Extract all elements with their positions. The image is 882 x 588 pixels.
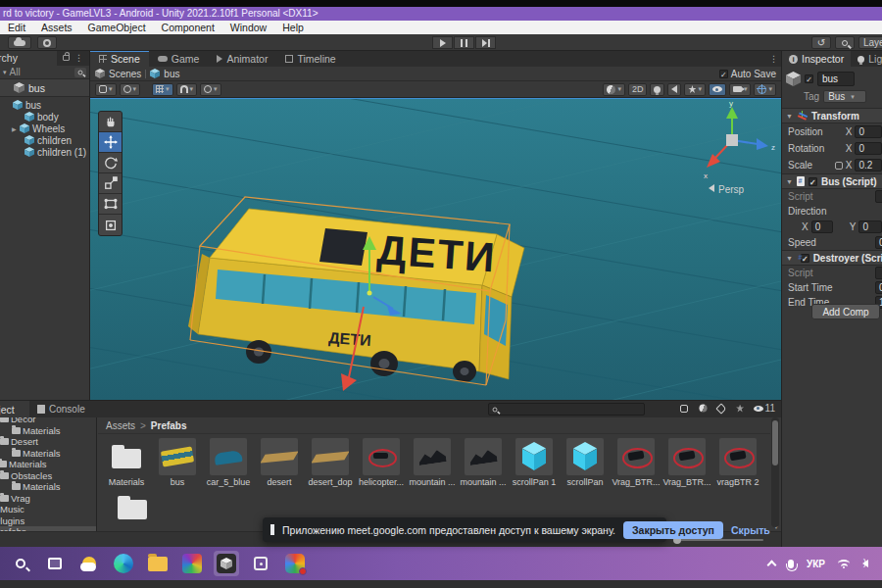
breadcrumb-assets[interactable]: Assets [106, 420, 135, 431]
prefab-item[interactable]: vragBTR 2 [713, 438, 762, 487]
project-folder-row[interactable]: Vrag [0, 493, 96, 505]
speed-field[interactable]: 0 [875, 236, 882, 249]
scene-header-row[interactable]: bus [0, 79, 89, 97]
prefab-item[interactable]: desert [255, 438, 304, 487]
hierarchy-item[interactable]: ▶ children [0, 134, 89, 146]
rect-tool-button[interactable] [99, 194, 122, 215]
prefab-item[interactable]: bus [153, 438, 202, 487]
grid-visibility-button[interactable]: ▾ [152, 83, 173, 96]
favorites-star-icon[interactable] [735, 403, 746, 414]
bus-script-header[interactable]: ▼ ✓ Bus (Script) [782, 173, 882, 189]
perspective-label[interactable]: Persp [718, 184, 745, 195]
volume-icon[interactable] [862, 560, 868, 567]
task-view-button[interactable] [42, 551, 68, 576]
project-folder-row[interactable]: Materials [12, 448, 96, 460]
lock-icon[interactable] [63, 55, 70, 61]
prefab-item[interactable]: Vrag_BTR... [662, 438, 711, 487]
breadcrumb-object[interactable]: bus [164, 69, 179, 79]
prefab-item[interactable]: helicopter... [357, 438, 406, 487]
tag-dropdown[interactable]: Bus▾ [823, 90, 866, 103]
script-field[interactable] [875, 267, 882, 279]
search-by-type-icon[interactable] [679, 403, 690, 414]
scale-tool-button[interactable] [99, 173, 122, 194]
tray-chevron-up-icon[interactable] [767, 561, 777, 570]
scene-audio-button[interactable] [667, 83, 681, 96]
tab-inspector[interactable]: i Inspector [782, 51, 851, 67]
pause-button[interactable] [454, 36, 474, 49]
hidden-objects-button[interactable] [709, 83, 726, 96]
meet-app-button[interactable] [282, 551, 308, 576]
object-name-field[interactable]: bus [817, 72, 855, 86]
menu-item[interactable]: Edit [0, 22, 33, 33]
bus-model[interactable]: ДЕТИ ДЕТИ [188, 209, 524, 382]
prefab-item[interactable]: scrollPan [561, 438, 610, 487]
project-search-input[interactable] [488, 403, 645, 416]
stop-sharing-button[interactable]: Закрыть доступ [623, 521, 723, 539]
pause-sharing-icon[interactable] [270, 524, 274, 535]
y-value-field[interactable]: 0 [858, 220, 882, 233]
capture-tool-button[interactable] [248, 551, 273, 576]
rotate-tool-button[interactable] [99, 153, 122, 173]
axis-value-field[interactable]: 0 [855, 125, 882, 138]
prefab-item[interactable]: mountain ... [408, 438, 457, 487]
project-folder-row[interactable]: Plugins [0, 515, 96, 527]
prefab-item[interactable]: Vrag_BTR... [612, 438, 661, 487]
snap-increment-button[interactable]: ▾ [200, 83, 221, 96]
x-value-field[interactable]: 0 [811, 220, 833, 233]
hierarchy-item[interactable]: ▶ children (1) [0, 146, 89, 158]
search-filter-button[interactable] [74, 68, 86, 77]
view-tab[interactable]: Timeline [276, 51, 344, 67]
transform-tool-button[interactable] [99, 215, 122, 235]
hide-notification-button[interactable]: Скрыть [731, 524, 770, 536]
view-tab[interactable]: Animator [208, 51, 276, 67]
layers-dropdown[interactable]: Layers [858, 36, 882, 49]
shading-mode-button[interactable]: ▾ [603, 83, 625, 96]
step-button[interactable] [475, 36, 496, 49]
breadcrumb-prefabs[interactable]: Prefabs [151, 420, 187, 431]
unity-editor-button[interactable] [214, 551, 239, 576]
project-folder-row[interactable]: Materials [12, 481, 96, 493]
active-checkbox[interactable]: ✓ [805, 74, 813, 83]
expand-arrow-icon[interactable]: ▶ [12, 125, 17, 132]
add-component-button[interactable]: Add Comp [811, 304, 880, 319]
hierarchy-item[interactable]: ▶ body [0, 111, 89, 122]
wifi-icon[interactable] [838, 560, 850, 567]
cloud-button[interactable] [8, 36, 31, 49]
start-time-field[interactable]: 0 [875, 281, 882, 294]
2d-toggle-button[interactable]: 2D [628, 83, 648, 96]
auto-save-toggle[interactable]: ✓ Auto Save [719, 69, 776, 79]
view-tab[interactable]: Game [149, 51, 209, 67]
orientation-gizmo[interactable]: y z x Persp [704, 99, 775, 195]
tab-console[interactable]: Console [29, 401, 93, 417]
taskbar-search-button[interactable] [8, 551, 33, 576]
prefab-item[interactable]: scrollPan 1 [510, 438, 559, 487]
widgets-weather-button[interactable] [76, 551, 102, 576]
microphone-icon[interactable] [788, 560, 794, 568]
project-folder-row[interactable]: Materials [12, 425, 96, 437]
language-indicator[interactable]: УКР [807, 559, 825, 569]
scene-viewport[interactable]: ДЕТИ ДЕТИ [90, 98, 781, 400]
hidden-count-toggle[interactable]: 11 [754, 403, 775, 414]
project-folder-row[interactable]: Materials [0, 459, 96, 470]
tab-hierarchy[interactable]: Hierarchy [0, 51, 57, 66]
destroyer-script-header[interactable]: ▼ ✓ Destroyer (Script) [782, 250, 882, 266]
prefab-item[interactable]: car_5_blue [204, 438, 253, 487]
move-tool-button[interactable] [99, 132, 122, 153]
project-folder-row[interactable]: Decor [0, 417, 96, 425]
transform-component-header[interactable]: ▼ Transform [782, 108, 882, 123]
link-scale-icon[interactable] [835, 162, 843, 170]
snap-settings-button[interactable]: ▾ [176, 83, 198, 96]
camera-settings-button[interactable]: ▾ [729, 83, 752, 96]
prefab-item[interactable]: desert_dop [306, 438, 355, 487]
file-explorer-button[interactable] [145, 551, 171, 576]
label-icon[interactable] [716, 403, 727, 414]
thumbnail-zoom-slider[interactable] [675, 539, 763, 541]
axis-value-field[interactable]: 0.2 [855, 159, 882, 172]
scene-lighting-button[interactable] [650, 83, 664, 96]
search-button[interactable] [835, 36, 855, 49]
tool-settings-button[interactable]: ▾ [95, 83, 117, 96]
tab-lighting[interactable]: Light [851, 51, 882, 67]
menu-item[interactable]: GameObject [80, 22, 154, 33]
effects-button[interactable]: ▾ [684, 83, 706, 96]
hand-tool-button[interactable] [99, 112, 122, 132]
